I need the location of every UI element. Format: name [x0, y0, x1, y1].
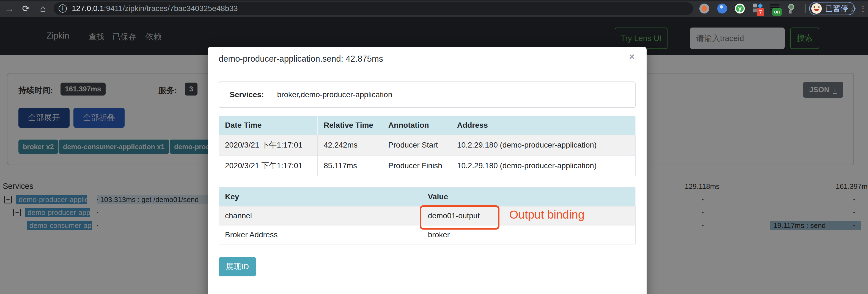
tags-table: Key Value channel demo01-output Output b…	[219, 187, 636, 244]
highlight-annotation-label: Output binding	[509, 208, 584, 221]
span-services-value: broker,demo-producer-application	[277, 90, 393, 99]
extension-badge-count: 7	[757, 8, 764, 16]
show-id-button[interactable]: 展现ID	[219, 257, 256, 276]
site-info-icon[interactable]: i	[59, 4, 67, 13]
extension-icon-blue[interactable]	[717, 4, 727, 13]
home-icon[interactable]: ⌂	[36, 0, 50, 17]
extension-icon-magnifier[interactable]	[788, 4, 798, 13]
browser-toolbar: → ⟳ ⌂ i 127.0.0.1:9411/zipkin/traces/7ba…	[0, 0, 868, 17]
annotations-table: Date Time Relative Time Annotation Addre…	[219, 116, 636, 176]
cell-address: 10.2.29.180 (demo-producer-application)	[451, 135, 635, 155]
extension-icon-squares[interactable]: 7	[753, 4, 763, 13]
reload-icon[interactable]: ⟳	[19, 0, 32, 17]
modal-body: Services: broker,demo-producer-applicati…	[208, 73, 647, 294]
toolbar-divider	[805, 4, 806, 13]
browser-menu-icon[interactable]: ⋮	[858, 0, 868, 17]
col-relative-time: Relative Time	[318, 116, 382, 135]
modal-title: demo-producer-application.send: 42.875ms	[219, 54, 383, 64]
cell-date: 2020/3/21 下午1:17:01	[219, 135, 318, 155]
table-row: 2020/3/21 下午1:17:01 85.117ms Producer Fi…	[219, 155, 636, 176]
forward-icon[interactable]: →	[3, 0, 16, 17]
cell-address: 10.2.29.180 (demo-producer-application)	[451, 155, 635, 176]
col-annotation: Annotation	[382, 116, 451, 135]
cell-relative: 42.242ms	[318, 135, 382, 155]
table-row: 2020/3/21 下午1:17:01 42.242ms Producer St…	[219, 135, 636, 155]
cell-annotation: Producer Finish	[382, 155, 451, 176]
url-host: 127.0.0.1	[72, 4, 104, 13]
address-bar[interactable]: i 127.0.0.1:9411/zipkin/traces/7bac34032…	[54, 2, 693, 15]
close-icon[interactable]: ×	[629, 52, 634, 61]
cell-relative: 85.117ms	[318, 155, 382, 176]
url-path: :9411/zipkin/traces/7bac340325e48b33	[104, 4, 238, 13]
cell-date: 2020/3/21 下午1:17:01	[219, 155, 318, 176]
url-text: 127.0.0.1:9411/zipkin/traces/7bac340325e…	[72, 4, 238, 13]
cell-key-broker: Broker Address	[219, 226, 422, 244]
extension-icon-orange[interactable]	[700, 4, 709, 13]
channel-value: demo01-output	[428, 211, 479, 220]
zipkin-page: Zipkin 查找 已保存 依赖 Try Lens UI 搜索 持续时间: 16…	[0, 17, 868, 294]
profile-button[interactable]: 已暂停	[809, 2, 855, 15]
cell-value-channel: demo01-output Output binding	[422, 206, 635, 226]
cell-annotation: Producer Start	[382, 135, 451, 155]
tags-header-row: Key Value	[219, 187, 636, 206]
table-row: channel demo01-output Output binding	[219, 206, 636, 226]
modal-header: demo-producer-application.send: 42.875ms…	[208, 47, 647, 73]
col-value: Value	[422, 187, 635, 206]
span-detail-modal: demo-producer-application.send: 42.875ms…	[208, 47, 647, 294]
cell-value-broker: broker	[422, 226, 635, 244]
extension-icon-list[interactable]: on	[770, 4, 780, 13]
annotations-header-row: Date Time Relative Time Annotation Addre…	[219, 116, 636, 135]
cell-key-channel: channel	[219, 206, 422, 226]
col-address: Address	[451, 116, 635, 135]
col-key: Key	[219, 187, 422, 206]
col-date-time: Date Time	[219, 116, 318, 135]
profile-avatar-emoji	[811, 3, 822, 14]
span-services-label: Services:	[230, 90, 264, 99]
extension-icon-green[interactable]	[735, 4, 745, 13]
extension-badge-on: on	[772, 8, 782, 16]
window-top-strip	[0, 0, 868, 1]
span-services-box: Services: broker,demo-producer-applicati…	[219, 82, 636, 108]
table-row: Broker Address broker	[219, 226, 636, 244]
profile-status-label: 已暂停	[825, 3, 848, 14]
